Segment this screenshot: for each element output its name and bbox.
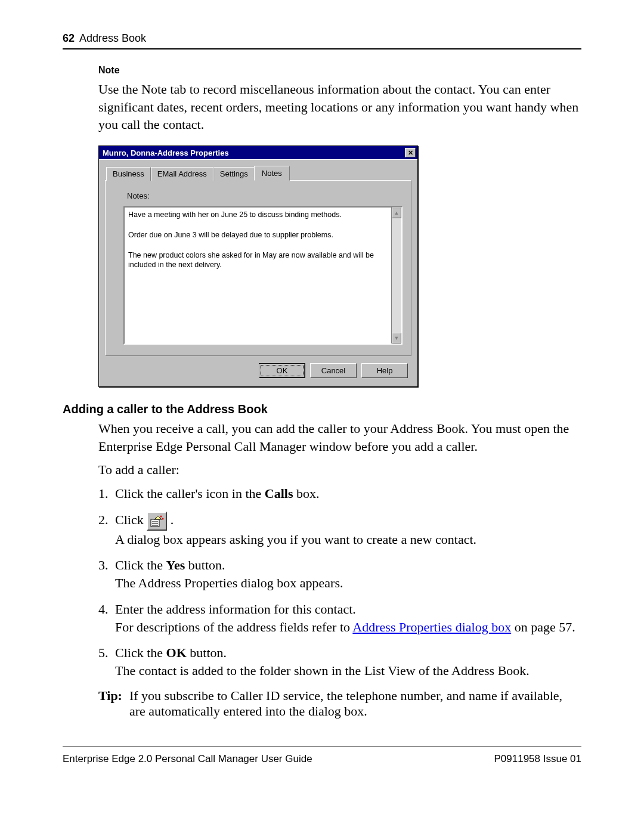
address-properties-link[interactable]: Address Properties dialog box — [352, 620, 511, 634]
page-number: 62 — [63, 32, 75, 45]
tip-label: Tip: — [98, 688, 122, 719]
step-5: Click the OK button. The contact is adde… — [112, 644, 581, 679]
notes-label: Notes: — [127, 191, 402, 200]
add-contact-icon[interactable] — [147, 512, 167, 531]
scroll-up-icon[interactable]: ▲ — [392, 208, 401, 218]
page-footer: Enterprise Edge 2.0 Personal Call Manage… — [63, 747, 581, 765]
chapter-name: Address Book — [79, 32, 146, 45]
dialog-title: Munro, Donna-Address Properties — [103, 148, 229, 157]
step-3: Click the Yes button. The Address Proper… — [112, 556, 581, 592]
svg-point-4 — [160, 515, 162, 517]
note-heading: Note — [98, 65, 581, 76]
scroll-down-icon[interactable]: ▼ — [392, 333, 401, 343]
footer-right: P0911958 Issue 01 — [494, 753, 581, 765]
note-body: Use the Note tab to record miscellaneous… — [98, 80, 581, 134]
help-button[interactable]: Help — [361, 363, 408, 378]
scrollbar[interactable]: ▲ ▼ — [391, 208, 401, 343]
footer-left: Enterprise Edge 2.0 Personal Call Manage… — [63, 753, 312, 765]
address-properties-dialog: Munro, Donna-Address Properties ✕ Busine… — [98, 145, 418, 387]
tip-body: If you subscribe to Caller ID service, t… — [129, 688, 581, 719]
tab-settings[interactable]: Settings — [213, 167, 255, 181]
tab-notes[interactable]: Notes — [254, 166, 290, 181]
ok-button[interactable]: OK — [259, 363, 305, 378]
notes-textarea-wrapper: Have a meeting with her on June 25 to di… — [123, 206, 402, 345]
cancel-button[interactable]: Cancel — [310, 363, 357, 378]
running-header: 62 Address Book — [63, 32, 581, 49]
dialog-tabs: Business EMail Address Settings Notes — [106, 166, 411, 181]
section-lead: To add a caller: — [98, 461, 581, 479]
step-4: Enter the address information for this c… — [112, 600, 581, 636]
section-intro: When you receive a call, you can add the… — [98, 420, 581, 455]
tip-block: Tip: If you subscribe to Caller ID servi… — [98, 688, 581, 719]
notes-textarea[interactable]: Have a meeting with her on June 25 to di… — [125, 208, 391, 343]
tab-email-address[interactable]: EMail Address — [151, 167, 213, 181]
dialog-titlebar[interactable]: Munro, Donna-Address Properties ✕ — [99, 146, 417, 159]
step-2: Click . A dialog box appears asking you … — [112, 511, 581, 549]
close-icon[interactable]: ✕ — [405, 148, 416, 157]
step-1: Click the caller's icon in the Calls box… — [112, 485, 581, 503]
svg-point-5 — [162, 518, 164, 519]
steps-list: Click the caller's icon in the Calls box… — [63, 485, 581, 679]
tab-business[interactable]: Business — [106, 167, 151, 181]
section-heading: Adding a caller to the Address Book — [63, 402, 581, 416]
